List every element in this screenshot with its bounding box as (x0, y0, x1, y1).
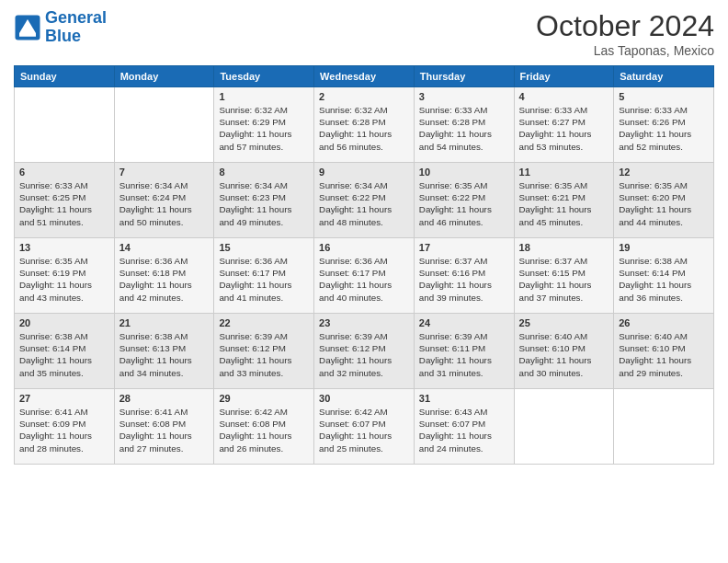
calendar-cell: 11Sunrise: 6:35 AM Sunset: 6:21 PM Dayli… (514, 163, 614, 238)
page-header: General Blue October 2024 Las Taponas, M… (14, 9, 714, 58)
day-number: 25 (519, 317, 609, 328)
day-number: 16 (319, 242, 409, 253)
day-info: Sunrise: 6:38 AM Sunset: 6:14 PM Dayligh… (19, 330, 109, 379)
day-number: 18 (519, 242, 609, 253)
day-info: Sunrise: 6:41 AM Sunset: 6:09 PM Dayligh… (19, 406, 109, 454)
day-info: Sunrise: 6:33 AM Sunset: 6:28 PM Dayligh… (419, 104, 509, 153)
day-number: 15 (219, 242, 309, 253)
day-number: 11 (519, 167, 609, 178)
day-info: Sunrise: 6:40 AM Sunset: 6:10 PM Dayligh… (619, 330, 709, 379)
weekday-header-wednesday: Wednesday (314, 66, 415, 87)
day-info: Sunrise: 6:39 AM Sunset: 6:12 PM Dayligh… (219, 330, 309, 379)
day-number: 23 (319, 317, 409, 328)
day-number: 10 (419, 167, 509, 178)
weekday-header-saturday: Saturday (614, 66, 714, 87)
day-number: 31 (419, 393, 509, 404)
calendar-cell: 28Sunrise: 6:41 AM Sunset: 6:08 PM Dayli… (114, 389, 214, 465)
calendar-cell: 18Sunrise: 6:37 AM Sunset: 6:15 PM Dayli… (514, 238, 614, 314)
calendar-week-row: 6Sunrise: 6:33 AM Sunset: 6:25 PM Daylig… (15, 163, 714, 238)
day-info: Sunrise: 6:39 AM Sunset: 6:11 PM Dayligh… (419, 330, 509, 379)
calendar-cell: 19Sunrise: 6:38 AM Sunset: 6:14 PM Dayli… (614, 238, 714, 314)
day-info: Sunrise: 6:32 AM Sunset: 6:29 PM Dayligh… (219, 104, 309, 153)
logo: General Blue (14, 9, 107, 46)
calendar-cell: 6Sunrise: 6:33 AM Sunset: 6:25 PM Daylig… (15, 163, 115, 238)
day-number: 8 (219, 167, 309, 178)
calendar-cell: 3Sunrise: 6:33 AM Sunset: 6:28 PM Daylig… (414, 87, 514, 163)
day-info: Sunrise: 6:35 AM Sunset: 6:22 PM Dayligh… (419, 179, 509, 228)
calendar-cell: 31Sunrise: 6:43 AM Sunset: 6:07 PM Dayli… (414, 389, 514, 465)
day-number: 14 (119, 242, 210, 253)
calendar-cell: 8Sunrise: 6:34 AM Sunset: 6:23 PM Daylig… (214, 163, 314, 238)
day-number: 7 (119, 167, 210, 178)
day-info: Sunrise: 6:35 AM Sunset: 6:20 PM Dayligh… (619, 179, 709, 228)
location-text: Las Taponas, Mexico (536, 43, 714, 58)
svg-rect-2 (19, 33, 36, 37)
day-number: 2 (319, 91, 409, 102)
day-number: 5 (619, 91, 709, 102)
calendar-cell: 15Sunrise: 6:36 AM Sunset: 6:17 PM Dayli… (214, 238, 314, 314)
weekday-header-friday: Friday (514, 66, 614, 87)
day-info: Sunrise: 6:35 AM Sunset: 6:19 PM Dayligh… (19, 255, 109, 304)
calendar-body: 1Sunrise: 6:32 AM Sunset: 6:29 PM Daylig… (15, 87, 714, 465)
day-info: Sunrise: 6:38 AM Sunset: 6:13 PM Dayligh… (119, 330, 210, 379)
calendar-cell (614, 389, 714, 465)
calendar-week-row: 27Sunrise: 6:41 AM Sunset: 6:09 PM Dayli… (15, 389, 714, 465)
day-info: Sunrise: 6:43 AM Sunset: 6:07 PM Dayligh… (419, 406, 509, 454)
calendar-cell: 29Sunrise: 6:42 AM Sunset: 6:08 PM Dayli… (214, 389, 314, 465)
calendar-week-row: 1Sunrise: 6:32 AM Sunset: 6:29 PM Daylig… (15, 87, 714, 163)
day-info: Sunrise: 6:38 AM Sunset: 6:14 PM Dayligh… (619, 255, 709, 304)
calendar-cell: 17Sunrise: 6:37 AM Sunset: 6:16 PM Dayli… (414, 238, 514, 314)
day-number: 3 (419, 91, 509, 102)
day-info: Sunrise: 6:37 AM Sunset: 6:15 PM Dayligh… (519, 255, 609, 304)
day-number: 21 (119, 317, 210, 328)
day-info: Sunrise: 6:32 AM Sunset: 6:28 PM Dayligh… (319, 104, 409, 153)
day-number: 6 (19, 167, 109, 178)
calendar-week-row: 20Sunrise: 6:38 AM Sunset: 6:14 PM Dayli… (15, 314, 714, 389)
calendar-cell: 16Sunrise: 6:36 AM Sunset: 6:17 PM Dayli… (314, 238, 415, 314)
day-number: 30 (319, 393, 409, 404)
day-info: Sunrise: 6:33 AM Sunset: 6:25 PM Dayligh… (19, 179, 109, 228)
day-info: Sunrise: 6:37 AM Sunset: 6:16 PM Dayligh… (419, 255, 509, 304)
calendar-cell: 30Sunrise: 6:42 AM Sunset: 6:07 PM Dayli… (314, 389, 415, 465)
day-number: 24 (419, 317, 509, 328)
weekday-header-monday: Monday (114, 66, 214, 87)
day-info: Sunrise: 6:35 AM Sunset: 6:21 PM Dayligh… (519, 179, 609, 228)
calendar-header: SundayMondayTuesdayWednesdayThursdayFrid… (15, 66, 714, 87)
logo-blue: Blue (45, 27, 81, 45)
day-number: 17 (419, 242, 509, 253)
calendar-cell (514, 389, 614, 465)
calendar-cell: 10Sunrise: 6:35 AM Sunset: 6:22 PM Dayli… (414, 163, 514, 238)
day-info: Sunrise: 6:40 AM Sunset: 6:10 PM Dayligh… (519, 330, 609, 379)
day-number: 26 (619, 317, 709, 328)
day-number: 1 (219, 91, 309, 102)
day-info: Sunrise: 6:36 AM Sunset: 6:18 PM Dayligh… (119, 255, 210, 304)
calendar-cell: 2Sunrise: 6:32 AM Sunset: 6:28 PM Daylig… (314, 87, 415, 163)
calendar-cell: 4Sunrise: 6:33 AM Sunset: 6:27 PM Daylig… (514, 87, 614, 163)
day-number: 29 (219, 393, 309, 404)
calendar-cell (114, 87, 214, 163)
calendar-cell: 1Sunrise: 6:32 AM Sunset: 6:29 PM Daylig… (214, 87, 314, 163)
calendar-cell: 24Sunrise: 6:39 AM Sunset: 6:11 PM Dayli… (414, 314, 514, 389)
day-info: Sunrise: 6:33 AM Sunset: 6:26 PM Dayligh… (619, 104, 709, 153)
calendar-cell: 25Sunrise: 6:40 AM Sunset: 6:10 PM Dayli… (514, 314, 614, 389)
calendar-cell: 14Sunrise: 6:36 AM Sunset: 6:18 PM Dayli… (114, 238, 214, 314)
day-info: Sunrise: 6:36 AM Sunset: 6:17 PM Dayligh… (319, 255, 409, 304)
day-info: Sunrise: 6:34 AM Sunset: 6:24 PM Dayligh… (119, 179, 210, 228)
weekday-header-sunday: Sunday (15, 66, 115, 87)
day-number: 20 (19, 317, 109, 328)
calendar-cell: 23Sunrise: 6:39 AM Sunset: 6:12 PM Dayli… (314, 314, 415, 389)
logo-icon (14, 14, 41, 41)
month-title: October 2024 (536, 9, 714, 43)
calendar-cell: 9Sunrise: 6:34 AM Sunset: 6:22 PM Daylig… (314, 163, 415, 238)
calendar-cell: 5Sunrise: 6:33 AM Sunset: 6:26 PM Daylig… (614, 87, 714, 163)
day-info: Sunrise: 6:36 AM Sunset: 6:17 PM Dayligh… (219, 255, 309, 304)
calendar-cell: 13Sunrise: 6:35 AM Sunset: 6:19 PM Dayli… (15, 238, 115, 314)
day-info: Sunrise: 6:33 AM Sunset: 6:27 PM Dayligh… (519, 104, 609, 153)
day-number: 28 (119, 393, 210, 404)
logo-general: General (45, 8, 107, 27)
weekday-header-thursday: Thursday (414, 66, 514, 87)
day-info: Sunrise: 6:34 AM Sunset: 6:22 PM Dayligh… (319, 179, 409, 228)
calendar-cell: 20Sunrise: 6:38 AM Sunset: 6:14 PM Dayli… (15, 314, 115, 389)
day-info: Sunrise: 6:42 AM Sunset: 6:08 PM Dayligh… (219, 406, 309, 454)
day-info: Sunrise: 6:41 AM Sunset: 6:08 PM Dayligh… (119, 406, 210, 454)
